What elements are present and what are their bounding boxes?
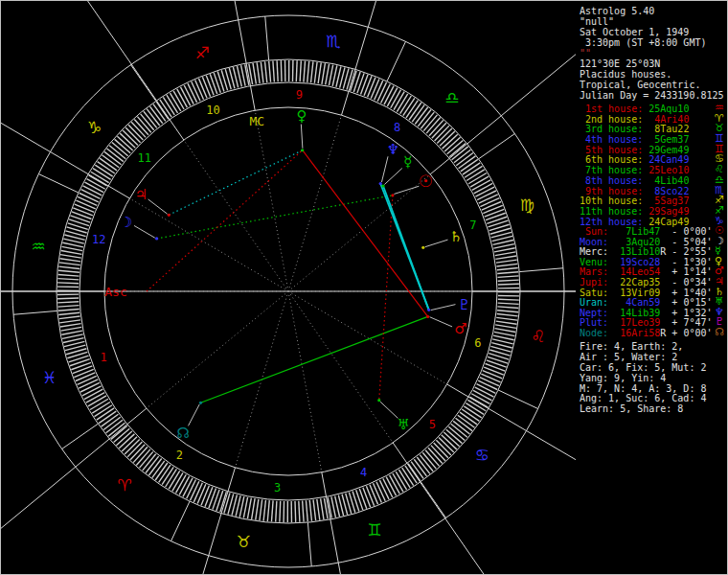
- degree-tick: [74, 369, 93, 377]
- aspect-line-asc-square-venus: [147, 150, 303, 291]
- sign-glyph-aquarius-icon: ♒: [32, 237, 46, 256]
- degree-tick: [480, 198, 499, 207]
- header-line: 3:30pm (ST +8:00 GMT): [580, 38, 706, 48]
- degree-tick: [311, 61, 313, 82]
- degree-tick: [80, 194, 99, 202]
- house-row: 3rd house: 8Tau22♉: [580, 125, 689, 134]
- degree-tick: [478, 380, 497, 389]
- degree-tick: [78, 196, 97, 205]
- degree-tick: [60, 255, 81, 259]
- house-cusp-spoke: [129, 198, 288, 291]
- degree-tick: [361, 75, 369, 95]
- house-number: 5: [429, 418, 436, 431]
- degree-tick: [76, 200, 95, 209]
- degree-tick: [267, 500, 269, 521]
- degree-tick: [58, 266, 80, 268]
- stat-line: Yang: 9, Yin: 4: [580, 374, 666, 383]
- degree-tick: [83, 186, 102, 196]
- sign-glyph-capricorn-icon: ♑: [87, 118, 102, 137]
- degree-tick: [495, 325, 516, 329]
- planet-pointer-line: [425, 240, 448, 247]
- degree-tick: [477, 384, 496, 394]
- degree-tick: [331, 496, 336, 518]
- planet-row: Plut: 17Leo39 + 7°47'♇: [580, 318, 713, 328]
- house-number: 8: [394, 121, 400, 134]
- degree-tick: [496, 264, 517, 266]
- degree-tick: [373, 483, 381, 502]
- degree-tick: [307, 61, 309, 82]
- degree-tick: [271, 500, 273, 521]
- degree-tick: [475, 387, 494, 397]
- planet-degree-dot: [421, 246, 424, 249]
- house-cusp-spoke: [288, 115, 341, 291]
- chart-wheel-area: ♈♉♊♋♌♍♎♏♐♑♒♓123456789101112MCAsc☉☽☿♀♂♃♄♅…: [1, 1, 576, 575]
- sign-boundary-line: [62, 424, 99, 448]
- sign-boundary-line: [498, 390, 538, 409]
- stat-line: Car: 6, Fix: 5, Mut: 2: [580, 363, 706, 373]
- house-row: 8th house: 4Lib40♎: [580, 176, 689, 186]
- degree-tick: [72, 212, 92, 219]
- degree-tick: [498, 280, 519, 281]
- degree-tick: [188, 83, 197, 103]
- stat-line: Fire: 4, Earth: 2,: [580, 342, 683, 352]
- planet-pointer-line: [148, 199, 168, 214]
- degree-tick: [314, 62, 317, 83]
- degree-tick: [253, 63, 256, 84]
- degree-tick: [280, 501, 281, 522]
- house-cusp-spoke: [288, 174, 430, 291]
- header-line: Sat October 1, 1949: [580, 28, 689, 37]
- house-row: 7th house: 25Leo10♌: [580, 166, 689, 175]
- house-number: 6: [474, 336, 481, 350]
- planet-pointer-line: [384, 169, 401, 185]
- degree-tick: [209, 489, 216, 509]
- degree-tick: [376, 482, 385, 501]
- degree-tick: [260, 499, 262, 520]
- degree-tick: [384, 86, 394, 105]
- house-number: 12: [92, 233, 105, 246]
- house-number: 10: [206, 104, 219, 117]
- sign-boundary-line: [13, 310, 57, 314]
- degree-tick: [59, 316, 80, 319]
- planet-degree-dot: [199, 402, 202, 404]
- planet-degree-dot: [379, 182, 382, 185]
- planet-degree-dot: [301, 149, 304, 151]
- asc-label: Asc: [104, 285, 126, 299]
- degree-tick: [61, 327, 82, 331]
- degree-tick: [191, 481, 199, 500]
- astrolog-window: ♈♉♊♋♌♍♎♏♐♑♒♓123456789101112MCAsc☉☽☿♀♂♃♄♅…: [0, 0, 728, 575]
- degree-tick: [494, 332, 515, 335]
- degree-tick: [210, 74, 216, 94]
- degree-tick: [62, 334, 83, 339]
- aspect-line-jupiter-sextile-venus: [169, 150, 302, 216]
- sign-boundary-line: [265, 16, 269, 60]
- planet-glyph-icon: ☊: [715, 327, 724, 337]
- sign-glyph-sagittarius-icon: ♐: [194, 43, 209, 62]
- info-panel: Astrolog 5.40"null"Sat October 1, 1949 3…: [576, 1, 728, 575]
- degree-tick: [483, 371, 502, 379]
- header-line: "": [580, 49, 591, 58]
- degree-tick: [326, 64, 330, 85]
- sign-glyph-leo-icon: ♌: [531, 327, 545, 346]
- degree-tick: [57, 302, 79, 303]
- degree-tick: [309, 500, 311, 521]
- degree-tick: [370, 485, 378, 504]
- sign-glyph-aries-icon: ♈: [117, 475, 131, 494]
- house-cusp-spoke: [255, 110, 288, 291]
- degree-tick: [201, 486, 209, 505]
- sign-glyph-cancer-icon: ♋: [475, 446, 489, 465]
- planet-glyph-mercury-icon: ☿: [403, 153, 412, 171]
- degree-tick: [322, 63, 326, 84]
- degree-tick: [198, 79, 207, 98]
- house-number: 4: [360, 466, 367, 479]
- degree-tick: [241, 65, 246, 86]
- degree-tick: [295, 501, 296, 522]
- planet-row: Mars: 14Leo54 + 1°14'♂: [580, 267, 713, 277]
- planet-glyph-venus-icon: ♀: [297, 107, 307, 125]
- degree-tick: [485, 209, 505, 217]
- house-row: 4th house: 5Gem37♊: [580, 135, 689, 145]
- aspect-line-sun-square-uranus: [379, 196, 393, 401]
- header-line: Julian Day = 2433190.8125: [580, 91, 724, 101]
- degree-tick: [482, 201, 501, 210]
- degree-tick: [383, 478, 393, 497]
- planet-degree-dot: [168, 214, 171, 217]
